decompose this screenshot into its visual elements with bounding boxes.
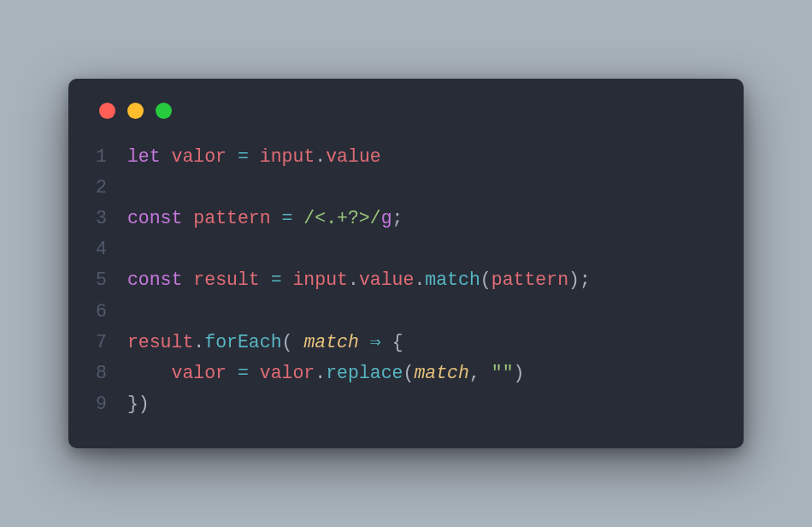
code-token: =: [282, 208, 304, 228]
line-number: 8: [96, 358, 107, 388]
code-token: pattern: [491, 269, 568, 290]
line-number: 6: [96, 296, 107, 327]
line-number: 5: [96, 264, 107, 295]
code-token: =: [271, 269, 293, 290]
window-traffic-lights: [99, 103, 716, 119]
code-token: value: [359, 269, 415, 290]
code-token: /<.+?>/: [303, 208, 380, 228]
code-token: "": [491, 363, 514, 383]
code-token: ;: [392, 208, 403, 228]
code-line: const pattern = /<.+?>/g;: [127, 203, 716, 234]
code-token: ⇒: [370, 332, 381, 352]
code-token: .: [315, 363, 326, 383]
code-token: ,: [469, 363, 491, 383]
code-token: result: [127, 332, 193, 352]
code-token: result: [193, 269, 270, 290]
code-token: pattern: [193, 208, 281, 228]
code-token: forEach: [204, 332, 281, 352]
code-token: );: [568, 269, 591, 290]
code-line: [127, 296, 716, 327]
code-token: valor: [260, 363, 315, 383]
code-token: .: [193, 332, 204, 352]
code-token: const: [127, 208, 193, 228]
code-token: valor: [172, 363, 238, 383]
code-line: valor = valor.replace(match, ""): [127, 358, 716, 388]
code-window: 123456789 let valor = input.value const …: [68, 79, 744, 448]
line-number: 9: [96, 388, 107, 419]
code-editor: 123456789 let valor = input.value const …: [96, 141, 716, 419]
code-token: let: [127, 146, 172, 167]
code-token: g: [381, 208, 392, 228]
code-token: {: [381, 332, 403, 352]
code-token: .: [348, 269, 359, 290]
code-token: match: [414, 363, 469, 383]
code-token: [359, 332, 370, 352]
code-token: match: [303, 332, 359, 352]
code-token: const: [127, 269, 193, 290]
code-token: input: [292, 269, 348, 290]
code-token: input: [260, 146, 315, 167]
code-token: .: [315, 146, 326, 167]
line-number: 7: [96, 327, 107, 358]
minimize-icon[interactable]: [127, 103, 144, 119]
line-number: 3: [96, 203, 107, 234]
code-content: let valor = input.value const pattern = …: [127, 141, 716, 419]
code-token: =: [238, 146, 260, 167]
code-token: value: [326, 146, 381, 167]
code-token: ): [514, 363, 525, 383]
code-token: }): [127, 394, 150, 414]
code-token: =: [238, 363, 260, 383]
close-icon[interactable]: [99, 103, 115, 119]
code-line: [127, 234, 716, 264]
zoom-icon[interactable]: [156, 103, 172, 119]
code-line: [127, 172, 716, 203]
code-line: }): [127, 388, 716, 419]
code-token: replace: [326, 363, 403, 383]
code-line: result.forEach( match ⇒ {: [127, 327, 716, 358]
code-token: (: [403, 363, 415, 383]
code-line: let valor = input.value: [127, 141, 716, 172]
line-number: 4: [96, 234, 107, 264]
line-number: 2: [96, 172, 107, 203]
code-token: .: [414, 269, 425, 290]
code-line: const result = input.value.match(pattern…: [127, 264, 716, 295]
code-token: [127, 363, 172, 383]
code-token: (: [480, 269, 491, 290]
code-token: valor: [172, 146, 238, 167]
line-number: 1: [96, 141, 107, 172]
code-token: match: [425, 269, 480, 290]
code-token: (: [282, 332, 304, 352]
line-number-gutter: 123456789: [96, 141, 127, 419]
